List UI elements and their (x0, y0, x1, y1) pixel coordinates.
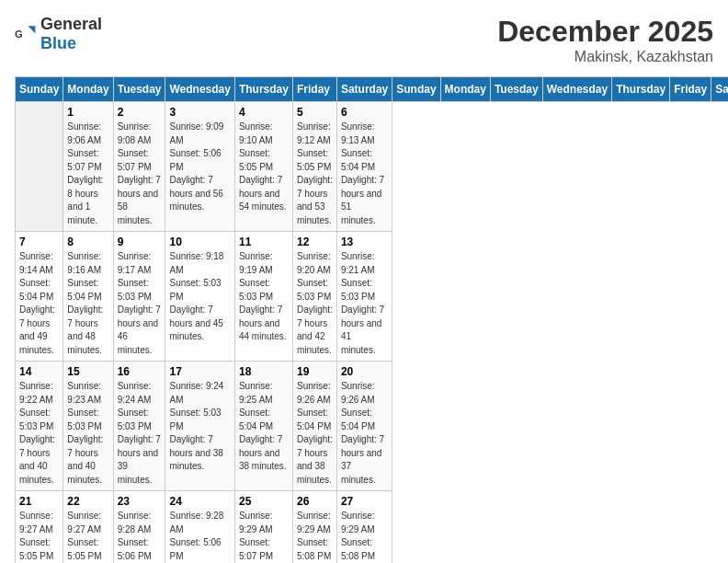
day-detail: Sunrise: 9:24 AMSunset: 5:03 PMDaylight:… (118, 380, 162, 487)
calendar-header-row: SundayMondayTuesdayWednesdayThursdayFrid… (16, 77, 729, 102)
header-sunday: Sunday (16, 77, 63, 102)
calendar-cell: 12Sunrise: 9:20 AMSunset: 5:03 PMDayligh… (292, 232, 336, 362)
day-number: 27 (341, 495, 388, 508)
day-number: 10 (169, 236, 230, 248)
calendar-cell: 25Sunrise: 9:29 AMSunset: 5:07 PMDayligh… (234, 491, 292, 564)
day-detail: Sunrise: 9:28 AMSunset: 5:06 PMDaylight:… (118, 510, 162, 563)
col-header-tuesday: Tuesday (490, 77, 542, 102)
header-friday: Friday (292, 77, 336, 102)
day-number: 24 (169, 495, 230, 508)
day-detail: Sunrise: 9:21 AMSunset: 5:03 PMDaylight:… (341, 250, 388, 357)
day-detail: Sunrise: 9:20 AMSunset: 5:03 PMDaylight:… (297, 250, 333, 357)
calendar-cell: 20Sunrise: 9:26 AMSunset: 5:04 PMDayligh… (336, 362, 392, 491)
day-detail: Sunrise: 9:13 AMSunset: 5:04 PMDaylight:… (341, 121, 388, 227)
day-detail: Sunrise: 9:14 AMSunset: 5:04 PMDaylight:… (19, 250, 59, 357)
day-detail: Sunrise: 9:26 AMSunset: 5:04 PMDaylight:… (341, 380, 388, 487)
calendar-cell: 16Sunrise: 9:24 AMSunset: 5:03 PMDayligh… (113, 362, 165, 491)
calendar-cell: 13Sunrise: 9:21 AMSunset: 5:03 PMDayligh… (336, 232, 392, 362)
day-detail: Sunrise: 9:23 AMSunset: 5:03 PMDaylight:… (67, 380, 108, 487)
calendar-cell: 9Sunrise: 9:17 AMSunset: 5:03 PMDaylight… (113, 232, 165, 362)
day-detail: Sunrise: 9:29 AMSunset: 5:07 PMDaylight:… (239, 510, 289, 563)
calendar-cell: 24Sunrise: 9:28 AMSunset: 5:06 PMDayligh… (165, 491, 234, 564)
calendar-cell: 2Sunrise: 9:08 AMSunset: 5:07 PMDaylight… (113, 102, 165, 232)
day-number: 4 (239, 106, 289, 119)
svg-marker-1 (28, 26, 35, 33)
day-number: 25 (239, 495, 289, 508)
day-detail: Sunrise: 9:25 AMSunset: 5:04 PMDaylight:… (239, 380, 289, 474)
calendar-week-3: 14Sunrise: 9:22 AMSunset: 5:03 PMDayligh… (16, 362, 729, 491)
col-header-monday: Monday (440, 77, 490, 102)
day-detail: Sunrise: 9:10 AMSunset: 5:05 PMDaylight:… (239, 121, 289, 214)
location-title: Makinsk, Kazakhstan (497, 49, 713, 65)
calendar-cell: 8Sunrise: 9:16 AMSunset: 5:04 PMDaylight… (63, 232, 113, 362)
day-number: 12 (297, 236, 333, 248)
day-detail: Sunrise: 9:18 AMSunset: 5:03 PMDaylight:… (169, 250, 230, 344)
day-detail: Sunrise: 9:12 AMSunset: 5:05 PMDaylight:… (297, 121, 333, 227)
day-number: 13 (341, 236, 388, 248)
calendar-cell: 10Sunrise: 9:18 AMSunset: 5:03 PMDayligh… (165, 232, 234, 362)
calendar-cell: 5Sunrise: 9:12 AMSunset: 5:05 PMDaylight… (292, 102, 336, 232)
col-header-sunday: Sunday (392, 77, 440, 102)
header-saturday: Saturday (336, 77, 392, 102)
logo-text-general: General (40, 15, 102, 33)
calendar-cell: 11Sunrise: 9:19 AMSunset: 5:03 PMDayligh… (234, 232, 292, 362)
header-thursday: Thursday (234, 77, 292, 102)
day-number: 3 (169, 106, 230, 119)
calendar-cell: 1Sunrise: 9:06 AMSunset: 5:07 PMDaylight… (63, 102, 113, 232)
day-number: 23 (118, 495, 162, 508)
calendar-cell: 14Sunrise: 9:22 AMSunset: 5:03 PMDayligh… (16, 362, 63, 491)
logo-icon: G (15, 23, 37, 45)
col-header-thursday: Thursday (612, 77, 670, 102)
header-wednesday: Wednesday (165, 77, 234, 102)
calendar-cell: 21Sunrise: 9:27 AMSunset: 5:05 PMDayligh… (16, 491, 63, 564)
page-header: G General Blue December 2025 Makinsk, Ka… (15, 15, 713, 65)
day-number: 8 (67, 236, 108, 248)
header-monday: Monday (63, 77, 113, 102)
day-number: 5 (297, 106, 333, 119)
calendar-table: SundayMondayTuesdayWednesdayThursdayFrid… (15, 76, 728, 563)
calendar-cell: 6Sunrise: 9:13 AMSunset: 5:04 PMDaylight… (336, 102, 392, 232)
calendar-cell: 22Sunrise: 9:27 AMSunset: 5:05 PMDayligh… (63, 491, 113, 564)
col-header-saturday: Saturday (711, 77, 728, 102)
col-header-friday: Friday (670, 77, 711, 102)
day-number: 11 (239, 236, 289, 248)
day-detail: Sunrise: 9:29 AMSunset: 5:08 PMDaylight:… (297, 510, 333, 563)
day-number: 19 (297, 365, 333, 378)
day-number: 2 (118, 106, 162, 119)
day-number: 14 (19, 365, 59, 378)
calendar-cell: 3Sunrise: 9:09 AMSunset: 5:06 PMDaylight… (165, 102, 234, 232)
day-detail: Sunrise: 9:27 AMSunset: 5:05 PMDaylight:… (19, 510, 59, 563)
calendar-cell: 19Sunrise: 9:26 AMSunset: 5:04 PMDayligh… (292, 362, 336, 491)
calendar-week-2: 7Sunrise: 9:14 AMSunset: 5:04 PMDaylight… (16, 232, 729, 362)
col-header-wednesday: Wednesday (542, 77, 611, 102)
title-block: December 2025 Makinsk, Kazakhstan (497, 15, 713, 65)
calendar-cell (16, 102, 63, 232)
calendar-cell: 27Sunrise: 9:29 AMSunset: 5:08 PMDayligh… (336, 491, 392, 564)
calendar-week-4: 21Sunrise: 9:27 AMSunset: 5:05 PMDayligh… (16, 491, 729, 564)
day-number: 16 (118, 365, 162, 378)
calendar-cell: 26Sunrise: 9:29 AMSunset: 5:08 PMDayligh… (292, 491, 336, 564)
calendar-cell: 7Sunrise: 9:14 AMSunset: 5:04 PMDaylight… (16, 232, 63, 362)
logo: G General Blue (15, 15, 102, 53)
calendar-cell: 23Sunrise: 9:28 AMSunset: 5:06 PMDayligh… (113, 491, 165, 564)
day-number: 6 (341, 106, 388, 119)
day-detail: Sunrise: 9:28 AMSunset: 5:06 PMDaylight:… (169, 510, 230, 563)
day-detail: Sunrise: 9:16 AMSunset: 5:04 PMDaylight:… (67, 250, 108, 357)
day-number: 1 (67, 106, 108, 119)
day-number: 18 (239, 365, 289, 378)
day-detail: Sunrise: 9:19 AMSunset: 5:03 PMDaylight:… (239, 250, 289, 344)
day-number: 26 (297, 495, 333, 508)
day-detail: Sunrise: 9:29 AMSunset: 5:08 PMDaylight:… (341, 510, 388, 563)
calendar-cell: 15Sunrise: 9:23 AMSunset: 5:03 PMDayligh… (63, 362, 113, 491)
calendar-cell: 18Sunrise: 9:25 AMSunset: 5:04 PMDayligh… (234, 362, 292, 491)
logo-text-blue: Blue (40, 34, 76, 52)
header-tuesday: Tuesday (113, 77, 165, 102)
day-detail: Sunrise: 9:17 AMSunset: 5:03 PMDaylight:… (118, 250, 162, 357)
calendar-cell: 4Sunrise: 9:10 AMSunset: 5:05 PMDaylight… (234, 102, 292, 232)
day-detail: Sunrise: 9:06 AMSunset: 5:07 PMDaylight:… (67, 121, 108, 227)
day-number: 15 (67, 365, 108, 378)
day-number: 22 (67, 495, 108, 508)
day-detail: Sunrise: 9:24 AMSunset: 5:03 PMDaylight:… (169, 380, 230, 474)
month-title: December 2025 (497, 15, 713, 49)
day-detail: Sunrise: 9:27 AMSunset: 5:05 PMDaylight:… (67, 510, 108, 563)
